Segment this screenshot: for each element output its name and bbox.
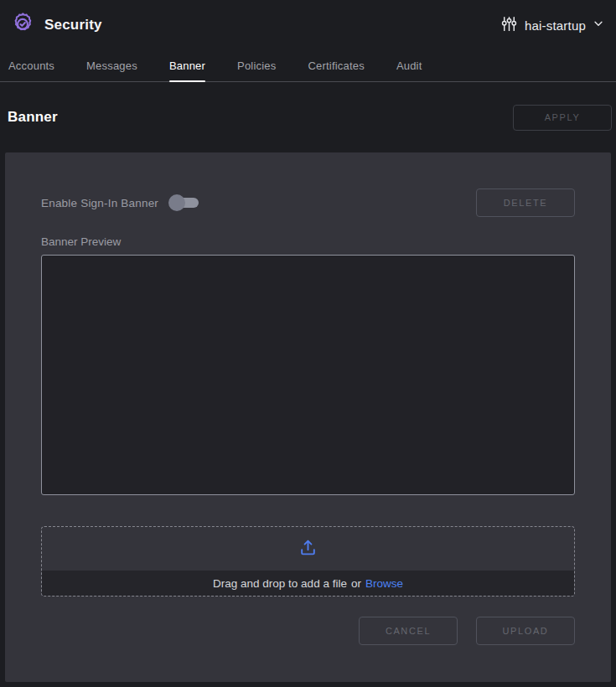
delete-button[interactable]: DELETE [476, 189, 575, 217]
form-actions: CANCEL UPLOAD [41, 617, 575, 645]
file-dropzone[interactable]: Drag and drop to add a file or Browse [41, 526, 575, 597]
tab-policies[interactable]: Policies [237, 50, 276, 81]
toggle-knob [168, 194, 185, 211]
cancel-button[interactable]: CANCEL [359, 617, 458, 645]
app-header: Security hai-startup [0, 0, 616, 50]
tab-accounts[interactable]: Accounts [8, 50, 54, 81]
tab-banner[interactable]: Banner [169, 50, 205, 81]
or-text: or [351, 577, 361, 590]
drag-drop-text: Drag and drop to add a file [213, 577, 347, 590]
sliders-icon [500, 15, 518, 36]
dropzone-text-strip: Drag and drop to add a file or Browse [42, 571, 574, 596]
enable-banner-toggle[interactable] [168, 194, 199, 212]
upload-icon [297, 536, 319, 562]
page-title: Banner [8, 109, 58, 126]
chevron-down-icon [593, 18, 604, 33]
shield-check-icon [8, 11, 37, 39]
apply-button[interactable]: APPLY [513, 105, 612, 131]
page-title-row: Banner APPLY [0, 82, 616, 152]
dropzone-icon-area [42, 527, 574, 571]
enable-banner-label: Enable Sign-In Banner [41, 197, 158, 209]
banner-settings-panel: Enable Sign-In Banner DELETE Banner Prev… [5, 152, 611, 682]
org-name: hai-startup [525, 18, 586, 33]
banner-preview-box [41, 255, 575, 495]
upload-button[interactable]: UPLOAD [476, 617, 575, 645]
app-title: Security [44, 17, 102, 34]
org-switcher[interactable]: hai-startup [500, 15, 604, 36]
tab-audit[interactable]: Audit [396, 50, 422, 81]
browse-link[interactable]: Browse [365, 577, 403, 590]
tab-messages[interactable]: Messages [86, 50, 137, 81]
tab-certificates[interactable]: Certificates [308, 50, 364, 81]
enable-banner-row: Enable Sign-In Banner DELETE [41, 152, 575, 217]
banner-preview-label: Banner Preview [41, 235, 575, 248]
tab-bar: Accounts Messages Banner Policies Certif… [0, 50, 616, 82]
